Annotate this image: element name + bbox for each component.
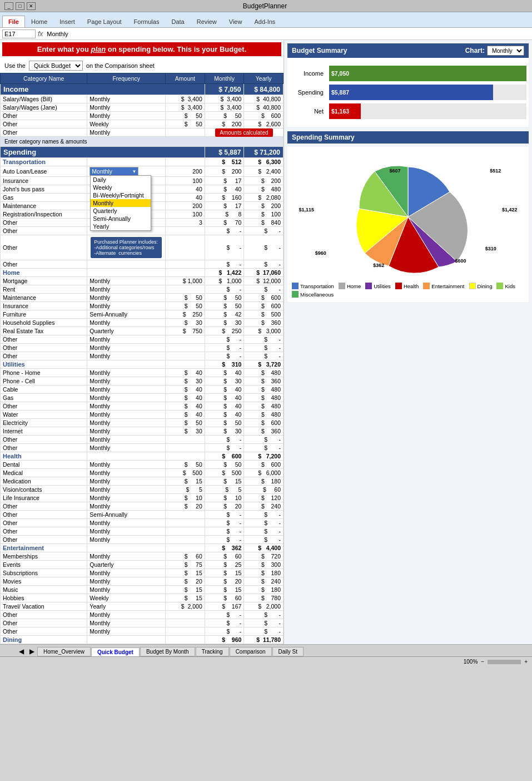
chart-select[interactable]: Monthly: [487, 46, 524, 56]
dropdown-daily[interactable]: Daily: [91, 176, 151, 184]
income-row-3-name: Other: [1, 112, 87, 120]
home-row-1-name: Mortgage: [1, 277, 87, 285]
sheet-nav-right[interactable]: ▶: [27, 646, 37, 656]
transportation-yearly: $ 6,300: [244, 158, 284, 166]
cell-reference[interactable]: [2, 29, 36, 38]
quick-budget-select[interactable]: Quick Budget: [29, 61, 83, 71]
transport-row-4-name: Gas: [1, 194, 87, 202]
income-row-5: Other Monthly Amounts calculated: [1, 128, 284, 137]
budget-summary-header: Budget Summary Chart: Monthly: [287, 43, 529, 58]
pie-section: $607 $512 $1,422 $310 $600 $362 $960 $1,…: [287, 147, 529, 302]
tab-home[interactable]: Home: [25, 16, 53, 27]
utilities-header: Utilities $ 310 $ 3,720: [1, 360, 284, 369]
transport-row-7-name: Other: [1, 219, 87, 227]
spending-summary-title: Spending Summary: [292, 134, 355, 141]
sheet-tab-budget-by-month[interactable]: Budget By Month: [140, 647, 195, 656]
transport-row-3-yearly: $ 480: [244, 185, 284, 194]
net-bar-container: $1,163: [329, 103, 526, 119]
income-row-1: Salary/Wages (Bill) Monthly $ 3,400 $ 3,…: [1, 95, 284, 103]
legend-swatch-transportation: [292, 283, 299, 289]
utilities-row-1: Phone - HomeMonthly$ 40$ 40$ 480: [1, 369, 284, 377]
tab-view[interactable]: View: [223, 16, 248, 27]
zoom-minus-icon[interactable]: −: [481, 659, 484, 665]
zoom-plus-icon[interactable]: +: [524, 659, 528, 665]
dropdown-biweekly[interactable]: Bi-Weekly/Fortnight: [91, 191, 151, 199]
tab-data[interactable]: Data: [165, 16, 190, 27]
tab-addins[interactable]: Add-Ins: [248, 16, 281, 27]
home-row-2-freq: Monthly: [87, 285, 166, 294]
utilities-row-8: InternetMonthly$ 30$ 30$ 360: [1, 427, 284, 436]
dropdown-weekly[interactable]: Weekly: [91, 184, 151, 191]
legend-swatch-health: [395, 283, 402, 289]
legend-label-home: Home: [347, 283, 361, 289]
dropdown-selected[interactable]: Monthly ▼: [90, 167, 138, 175]
enter-categories-callout: Enter category names & amounts: [1, 137, 90, 146]
sheet-tab-home-overview[interactable]: Home_Overview: [37, 647, 91, 656]
transport-row-10: Other $ - $ -: [1, 260, 284, 269]
transport-row-3-monthly: $ 40: [205, 185, 244, 194]
income-row-2-yearly: $ 40,800: [244, 103, 284, 112]
dropdown-yearly[interactable]: Yearly: [91, 223, 151, 230]
utilities-row-10: OtherMonthly$ -$ -: [1, 444, 284, 452]
dropdown-semi-annually[interactable]: Semi-Annually: [91, 215, 151, 223]
utilities-monthly: $ 310: [205, 360, 244, 369]
tab-page-layout[interactable]: Page Layout: [81, 16, 128, 27]
entertainment-row-7: Travel/ VacationYearly$ 2,000$ 167$ 2,00…: [1, 602, 284, 611]
home-row-6-freq: Monthly: [87, 319, 166, 327]
header-yearly: Yearly: [244, 73, 284, 84]
right-panel: Budget Summary Chart: Monthly Income $7,…: [284, 40, 532, 644]
fx-label: fx: [38, 30, 43, 38]
sheet-nav-left[interactable]: ◀: [17, 646, 26, 656]
entertainment-row-5: MusicMonthly$ 15$ 15$ 180: [1, 586, 284, 594]
income-row-2-name: Salary/Wages (Jane): [1, 103, 87, 112]
sheet-tab-comparison[interactable]: Comparison: [230, 647, 272, 656]
transport-row-7-amount: 3: [166, 219, 205, 227]
income-row-4-monthly: $ 200: [205, 120, 244, 128]
formula-input[interactable]: [45, 30, 530, 38]
health-row-5: Life InsuranceMonthly$ 10$ 10$ 120: [1, 494, 284, 502]
sheet-tab-quick-budget[interactable]: Quick Budget: [91, 647, 140, 656]
status-right: 100% − +: [464, 659, 528, 665]
zoom-slider[interactable]: [488, 660, 521, 664]
income-row-4-amount: $ 50: [166, 120, 205, 128]
dropdown-quarterly[interactable]: Quarterly: [91, 207, 151, 215]
pie-label-utilities: $310: [485, 246, 496, 251]
transport-row-6-monthly: $ 8: [205, 210, 244, 219]
tab-insert[interactable]: Insert: [53, 16, 81, 27]
home-row-1-yearly: $ 12,000: [244, 277, 284, 285]
spending-total-yearly: $ 71,200: [244, 147, 284, 158]
income-row-2-monthly: $ 3,400: [205, 103, 244, 112]
home-row-6-yearly: $ 360: [244, 319, 284, 327]
tab-file[interactable]: File: [2, 16, 25, 27]
close-icon[interactable]: ✕: [27, 2, 36, 10]
legend-dining: Dining: [469, 283, 493, 289]
restore-icon[interactable]: □: [16, 2, 24, 10]
sheet-tab-tracking[interactable]: Tracking: [196, 647, 229, 656]
transport-row-4-monthly: $ 160: [205, 194, 244, 202]
transport-row-1: Auto Loan/Lease Monthly ▼ Daily We: [1, 166, 284, 177]
income-row-4-freq: Weekly: [87, 120, 166, 128]
zoom-label: 100%: [464, 659, 478, 665]
home-row-10-freq: Monthly: [87, 352, 166, 360]
income-bar-row: Income $7,050: [290, 66, 526, 81]
frequency-dropdown[interactable]: Monthly ▼ Daily Weekly Bi-Weekly/Fortnig…: [90, 167, 138, 176]
minimize-icon[interactable]: _: [4, 2, 13, 10]
transport-row-8-name: Other: [1, 227, 87, 235]
income-total-yearly: $ 84,800: [244, 84, 284, 95]
income-row-1-yearly: $ 40,800: [244, 95, 284, 103]
header-monthly: Monthly: [205, 73, 244, 84]
income-row-3-yearly: $ 600: [244, 112, 284, 120]
transport-row-2-monthly: $ 17: [205, 177, 244, 185]
home-header: Home $ 1,422 $ 17,060: [1, 269, 284, 277]
transport-row-5-yearly: $ 200: [244, 202, 284, 210]
amounts-calculated-callout: Amounts calculated: [215, 128, 272, 137]
sheet-tab-daily[interactable]: Daily St: [272, 647, 304, 656]
entertainment-header: Entertainment $ 362 $ 4,400: [1, 544, 284, 552]
net-bar-fill: $1,163: [329, 103, 361, 119]
utilities-row-9: OtherMonthly$ -$ -: [1, 436, 284, 444]
tab-review[interactable]: Review: [191, 16, 223, 27]
ribbon-tabs: File Home Insert Page Layout Formulas Da…: [0, 12, 532, 28]
tab-formulas[interactable]: Formulas: [128, 16, 166, 27]
chart-label: Chart:: [465, 47, 485, 55]
dropdown-monthly[interactable]: Monthly: [91, 199, 151, 207]
